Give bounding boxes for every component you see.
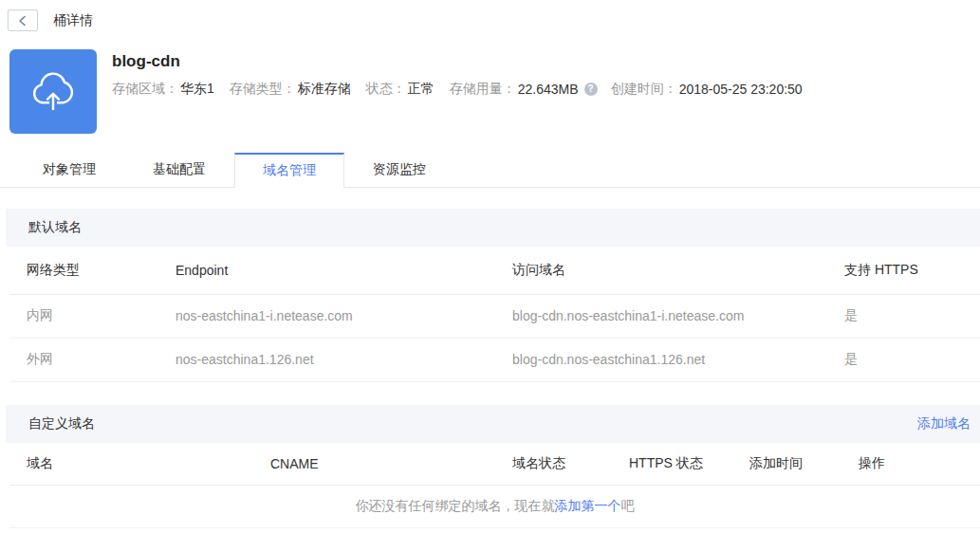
tab-object-management[interactable]: 对象管理 xyxy=(14,153,124,187)
cell-domain: blog-cdn.nos-eastchina1-i.netease.com xyxy=(495,294,827,338)
bucket-meta-row: 存储区域： 华东1 存储类型： 标准存储 状态： 正常 存储用量： 22.643… xyxy=(112,81,818,98)
cell-network: 内网 xyxy=(9,294,158,338)
meta-storage-type: 存储类型： 标准存储 xyxy=(230,81,351,98)
empty-state-text: 吧 xyxy=(621,498,635,513)
meta-status: 状态： 正常 xyxy=(366,81,435,98)
bucket-detail-page: 桶详情 blog-cdn 存储区域： 华东1 存储类型： 标准存储 xyxy=(0,0,980,533)
table-row: 外网 nos-eastchina1.126.net blog-cdn.nos-e… xyxy=(9,338,980,381)
bucket-header: blog-cdn 存储区域： 华东1 存储类型： 标准存储 状态： 正常 存储用… xyxy=(9,49,980,134)
section-header-default-domains: 默认域名 xyxy=(6,209,980,247)
col-access-domain: 访问域名 xyxy=(495,247,827,294)
section-title: 自定义域名 xyxy=(28,415,95,432)
tab-basic-config[interactable]: 基础配置 xyxy=(124,153,234,187)
table-header-row: 网络类型 Endpoint 访问域名 支持 HTTPS xyxy=(9,247,980,294)
add-domain-link[interactable]: 添加域名 xyxy=(917,415,971,432)
col-domain: 域名 xyxy=(9,443,253,486)
section-header-custom-domains: 自定义域名 添加域名 xyxy=(6,405,980,443)
default-domains-table: 网络类型 Endpoint 访问域名 支持 HTTPS 内网 nos-eastc… xyxy=(9,247,980,382)
tab-resource-monitor[interactable]: 资源监控 xyxy=(344,153,454,187)
cell-domain: blog-cdn.nos-eastchina1.126.net xyxy=(495,338,827,381)
col-network-type: 网络类型 xyxy=(9,247,158,294)
col-domain-status: 域名状态 xyxy=(495,443,612,486)
col-https-support: 支持 HTTPS xyxy=(827,247,980,294)
cloud-upload-icon xyxy=(9,49,97,134)
col-actions: 操作 xyxy=(841,443,980,486)
cell-https: 是 xyxy=(827,294,980,338)
empty-state: 你还没有任何绑定的域名，现在就添加第一个吧 xyxy=(9,486,980,528)
section-title: 默认域名 xyxy=(28,219,82,236)
meta-create-time: 创建时间： 2018-05-25 23:20:50 xyxy=(611,81,803,98)
col-https-status: HTTPS 状态 xyxy=(612,443,732,486)
meta-storage-region: 存储区域： 华东1 xyxy=(112,81,214,98)
cell-network: 外网 xyxy=(9,338,158,381)
table-header-row: 域名 CNAME 域名状态 HTTPS 状态 添加时间 操作 xyxy=(9,443,980,486)
page-title: 桶详情 xyxy=(53,12,93,29)
tab-domain-management[interactable]: 域名管理 xyxy=(234,153,344,188)
top-bar: 桶详情 xyxy=(0,0,980,31)
tab-bar: 对象管理 基础配置 域名管理 资源监控 xyxy=(0,153,980,188)
table-row: 内网 nos-eastchina1-i.netease.com blog-cdn… xyxy=(9,294,980,338)
meta-storage-usage: 存储用量： 22.643MB xyxy=(450,81,579,98)
back-chevron-icon xyxy=(17,15,28,27)
col-cname: CNAME xyxy=(253,443,495,486)
cell-endpoint: nos-eastchina1.126.net xyxy=(158,338,495,381)
empty-state-text: 你还没有任何绑定的域名，现在就 xyxy=(356,498,555,513)
bucket-info: blog-cdn 存储区域： 华东1 存储类型： 标准存储 状态： 正常 存储用… xyxy=(112,49,818,134)
col-endpoint: Endpoint xyxy=(158,247,495,294)
back-button[interactable] xyxy=(8,9,38,31)
add-first-domain-link[interactable]: 添加第一个 xyxy=(555,498,621,513)
help-icon[interactable]: ? xyxy=(584,83,598,96)
col-add-time: 添加时间 xyxy=(732,443,841,486)
cell-endpoint: nos-eastchina1-i.netease.com xyxy=(158,294,495,338)
bucket-name: blog-cdn xyxy=(112,52,818,71)
cell-https: 是 xyxy=(827,338,980,381)
custom-domains-table: 域名 CNAME 域名状态 HTTPS 状态 添加时间 操作 你还没有任何绑定的… xyxy=(9,443,980,529)
empty-state-row: 你还没有任何绑定的域名，现在就添加第一个吧 xyxy=(9,486,980,528)
